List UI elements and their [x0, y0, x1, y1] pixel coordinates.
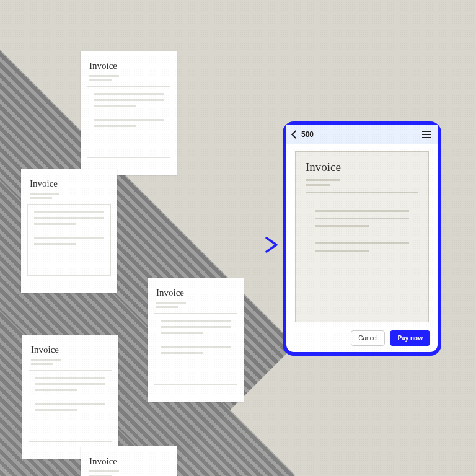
chevron-left-icon: [291, 130, 300, 139]
paper-invoice-title: Invoice: [156, 288, 244, 298]
invoice-title: Invoice: [306, 161, 418, 174]
paper-invoice: Invoice: [81, 51, 177, 175]
paper-invoice-title: Invoice: [31, 345, 118, 355]
paper-invoice: Invoice: [21, 169, 117, 293]
paper-invoice-title: Invoice: [30, 178, 117, 189]
action-bar: Cancel Pay now: [351, 330, 430, 346]
mobile-device: 500 Invoice Cancel Pay now: [283, 121, 441, 356]
arrow-icon: [162, 236, 280, 254]
paper-invoice-title: Invoice: [89, 61, 177, 71]
paper-invoice: Invoice: [148, 278, 244, 402]
paper-invoice: Invoice: [81, 446, 177, 476]
cancel-button[interactable]: Cancel: [351, 330, 385, 346]
device-topbar: 500: [286, 125, 438, 144]
pay-now-button[interactable]: Pay now: [390, 330, 430, 346]
paper-invoice: Invoice: [22, 335, 118, 459]
illustration-stage: Invoice Invoice Invoice Invoice Invoice: [0, 0, 476, 476]
menu-icon[interactable]: [422, 131, 431, 138]
invoice-preview: Invoice: [295, 151, 429, 322]
back-label: 500: [301, 130, 314, 139]
paper-invoice-title: Invoice: [89, 456, 177, 467]
back-button[interactable]: 500: [293, 130, 314, 139]
